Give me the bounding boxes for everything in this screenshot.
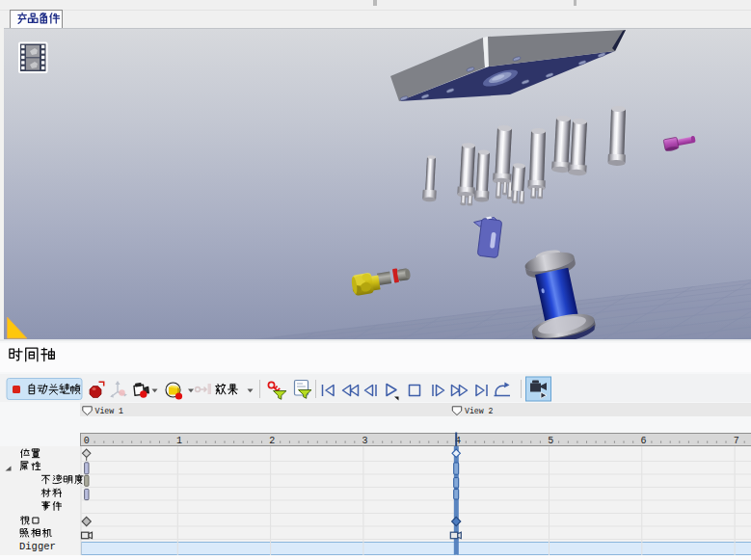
- svg-text:5: 5: [548, 436, 553, 446]
- svg-text:3: 3: [362, 436, 368, 446]
- svg-text:0: 0: [84, 436, 90, 446]
- svg-text:Digger: Digger: [19, 541, 56, 552]
- svg-text:View 1: View 1: [95, 407, 124, 415]
- svg-text:1: 1: [176, 436, 182, 446]
- svg-text:7: 7: [734, 436, 739, 446]
- svg-text:View 2: View 2: [465, 407, 494, 415]
- svg-text:6: 6: [641, 436, 647, 446]
- svg-text:2: 2: [269, 436, 275, 446]
